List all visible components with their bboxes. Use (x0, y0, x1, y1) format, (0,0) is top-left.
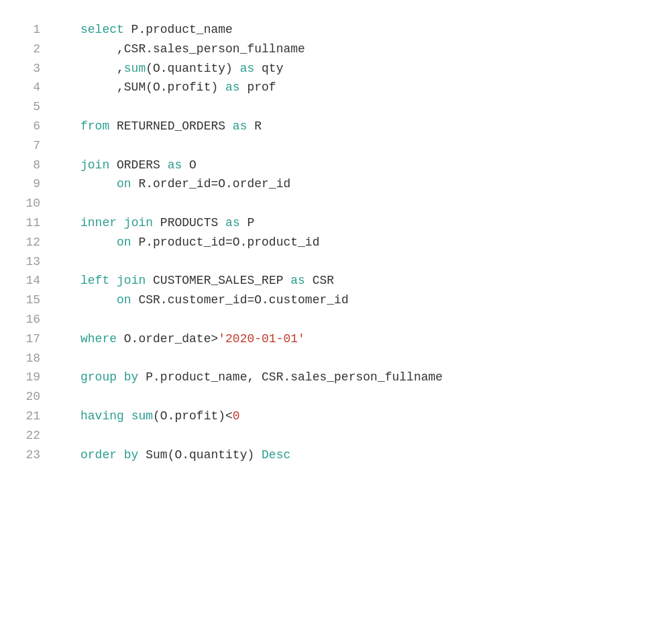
code-line: on P.product_id=O.product_id (80, 233, 443, 252)
line-number: 16 (20, 310, 40, 329)
plain-token: , (80, 62, 124, 75)
kw-token: order by (80, 448, 138, 462)
code-line: group by P.product_name, CSR.sales_perso… (80, 368, 443, 387)
kw-token: on (117, 293, 131, 307)
plain-token (117, 216, 124, 229)
plain-token: P (240, 216, 255, 229)
plain-token: ,SUM(O.profit) (80, 81, 225, 94)
plain-token (80, 177, 117, 191)
plain-token: CUSTOMER_SALES_REP (146, 274, 290, 287)
plain-token: R.order_id=O.order_id (131, 177, 291, 191)
kw-token: inner (80, 216, 117, 229)
code-lines: select P.product_name ,CSR.sales_person_… (54, 20, 443, 600)
line-number: 7 (20, 136, 40, 156)
line-number: 12 (20, 233, 40, 252)
line-number: 9 (20, 174, 40, 194)
kw-token: as (240, 62, 255, 75)
code-line: select P.product_name (80, 20, 443, 40)
plain-token: prof (240, 81, 276, 94)
plain-token: CSR.customer_id=O.customer_id (131, 293, 349, 307)
line-number: 2 (20, 40, 40, 59)
plain-token: P.product_id=O.product_id (131, 236, 320, 249)
plain-token (80, 293, 117, 307)
plain-token: RETURNED_ORDERS (109, 119, 233, 133)
line-number: 6 (20, 117, 40, 136)
code-line: order by Sum(O.quantity) Desc (80, 446, 443, 465)
line-number: 17 (20, 329, 40, 349)
line-number: 8 (20, 156, 40, 175)
kw-token: as (225, 81, 240, 94)
plain-token: PRODUCTS (153, 216, 225, 229)
plain-token: ,CSR.sales_person_fullname (80, 42, 305, 56)
plain-token: P.product_name, CSR.sales_person_fullnam… (138, 370, 443, 384)
plain-token: (O.profit)< (153, 409, 233, 423)
kw-token: on (117, 177, 131, 191)
code-line: ,sum(O.quantity) as qty (80, 59, 443, 79)
code-line: join ORDERS as O (80, 156, 443, 175)
line-number: 15 (20, 291, 40, 310)
kw-token: as (168, 158, 182, 172)
plain-token: P.product_name (124, 23, 233, 36)
line-number: 1 (20, 20, 40, 40)
plain-token: qty (254, 62, 283, 75)
plain-token: Sum(O.quantity) (138, 448, 262, 462)
code-line (80, 426, 443, 446)
line-number: 11 (20, 213, 40, 233)
code-line (80, 349, 443, 368)
code-line: having sum(O.profit)<0 (80, 407, 443, 426)
kw-token: where (80, 332, 117, 346)
line-number: 14 (20, 271, 40, 291)
line-number-gutter: 1234567891011121314151617181920212223 (0, 20, 54, 600)
kw-token: on (117, 236, 131, 249)
code-line (80, 310, 443, 329)
kw-token: group by (80, 370, 138, 384)
num-token: 0 (233, 409, 240, 423)
code-line: on CSR.customer_id=O.customer_id (80, 291, 443, 310)
plain-token: ORDERS (109, 158, 167, 172)
code-line (80, 387, 443, 407)
code-line: where O.order_date>'2020-01-01' (80, 329, 443, 349)
line-number: 21 (20, 407, 40, 426)
line-number: 18 (20, 349, 40, 368)
kw-token: sum (131, 409, 153, 423)
kw-token: having (80, 409, 124, 423)
plain-token: (O.quantity) (146, 62, 239, 75)
kw-token: Desc (262, 448, 290, 462)
code-line: left join CUSTOMER_SALES_REP as CSR (80, 271, 443, 291)
plain-token (80, 236, 117, 249)
kw-token: join (80, 158, 109, 172)
line-number: 10 (20, 194, 40, 213)
code-line: ,SUM(O.profit) as prof (80, 78, 443, 97)
kw-token: left (80, 274, 109, 287)
code-line (80, 136, 443, 156)
code-line (80, 97, 443, 117)
kw-token: join (124, 216, 153, 229)
plain-token: CSR (305, 274, 334, 287)
str-token: '2020-01-01' (218, 332, 305, 346)
plain-token: O.order_date> (117, 332, 218, 346)
kw-token: from (80, 119, 109, 133)
code-editor: 1234567891011121314151617181920212223 se… (0, 0, 672, 620)
kw-token: sum (124, 62, 146, 75)
line-number: 19 (20, 368, 40, 387)
code-line (80, 194, 443, 213)
kw-token: select (80, 23, 124, 36)
plain-token: R (247, 119, 262, 133)
line-number: 23 (20, 446, 40, 465)
plain-token (124, 409, 131, 423)
kw-token: join (117, 274, 146, 287)
kw-token: as (290, 274, 305, 287)
line-number: 22 (20, 426, 40, 446)
code-line: ,CSR.sales_person_fullname (80, 40, 443, 59)
line-number: 5 (20, 97, 40, 117)
kw-token: as (225, 216, 240, 229)
code-line: on R.order_id=O.order_id (80, 174, 443, 194)
kw-token: as (233, 119, 247, 133)
code-line: inner join PRODUCTS as P (80, 213, 443, 233)
line-number: 13 (20, 252, 40, 272)
line-number: 20 (20, 387, 40, 407)
code-line: from RETURNED_ORDERS as R (80, 117, 443, 136)
line-number: 4 (20, 78, 40, 97)
line-number: 3 (20, 59, 40, 79)
plain-token: O (182, 158, 197, 172)
